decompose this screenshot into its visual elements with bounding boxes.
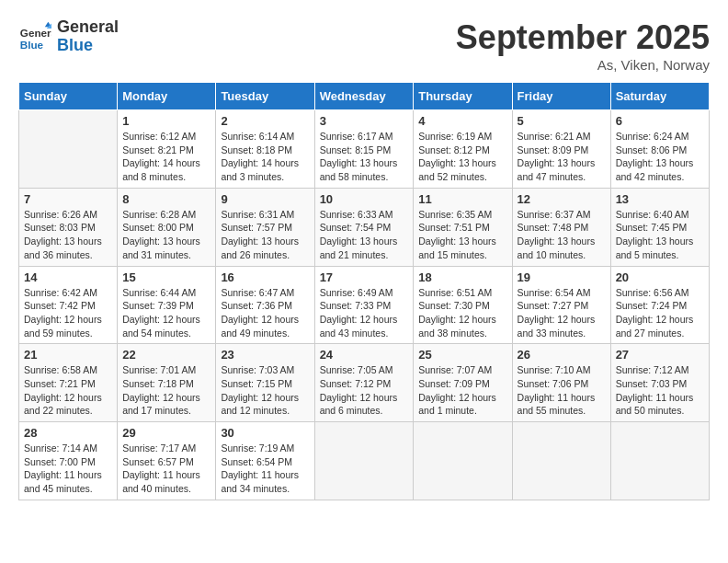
- calendar-cell: 12Sunrise: 6:37 AMSunset: 7:48 PMDayligh…: [512, 188, 610, 266]
- day-header-wednesday: Wednesday: [314, 83, 414, 110]
- day-info: Sunrise: 7:14 AMSunset: 7:00 PMDaylight:…: [24, 442, 112, 496]
- day-number: 8: [122, 192, 210, 206]
- calendar-cell: 10Sunrise: 6:33 AMSunset: 7:54 PMDayligh…: [314, 188, 414, 266]
- calendar-cell: 11Sunrise: 6:35 AMSunset: 7:51 PMDayligh…: [414, 188, 512, 266]
- calendar-cell: [512, 422, 610, 500]
- day-info: Sunrise: 6:58 AMSunset: 7:21 PMDaylight:…: [24, 363, 112, 418]
- day-info: Sunrise: 6:17 AMSunset: 8:15 PMDaylight:…: [320, 130, 409, 184]
- calendar-cell: 6Sunrise: 6:24 AMSunset: 8:06 PMDaylight…: [610, 110, 709, 189]
- calendar-cell: [414, 422, 512, 500]
- day-number: 26: [518, 348, 606, 362]
- day-info: Sunrise: 6:37 AMSunset: 7:48 PMDaylight:…: [518, 208, 606, 262]
- calendar-cell: 18Sunrise: 6:51 AMSunset: 7:30 PMDayligh…: [414, 266, 512, 344]
- day-number: 16: [221, 270, 309, 284]
- calendar-cell: 28Sunrise: 7:14 AMSunset: 7:00 PMDayligh…: [19, 422, 118, 500]
- day-info: Sunrise: 6:26 AMSunset: 8:03 PMDaylight:…: [24, 208, 112, 262]
- day-info: Sunrise: 6:24 AMSunset: 8:06 PMDaylight:…: [616, 130, 704, 184]
- day-number: 24: [320, 348, 409, 362]
- day-number: 18: [418, 270, 506, 284]
- day-info: Sunrise: 6:21 AMSunset: 8:09 PMDaylight:…: [518, 130, 606, 184]
- day-number: 23: [221, 348, 309, 362]
- logo-icon: General Blue: [18, 20, 51, 53]
- day-number: 10: [320, 192, 409, 206]
- day-info: Sunrise: 7:10 AMSunset: 7:06 PMDaylight:…: [518, 363, 606, 418]
- day-number: 2: [221, 114, 309, 128]
- day-number: 22: [122, 348, 210, 362]
- calendar-week-5: 28Sunrise: 7:14 AMSunset: 7:00 PMDayligh…: [19, 422, 710, 500]
- day-header-tuesday: Tuesday: [216, 83, 314, 110]
- day-info: Sunrise: 6:51 AMSunset: 7:30 PMDaylight:…: [418, 286, 506, 340]
- day-number: 14: [24, 270, 112, 284]
- calendar-cell: 15Sunrise: 6:44 AMSunset: 7:39 PMDayligh…: [118, 266, 216, 344]
- day-header-sunday: Sunday: [19, 83, 118, 110]
- calendar-cell: 3Sunrise: 6:17 AMSunset: 8:15 PMDaylight…: [314, 110, 414, 189]
- calendar-cell: 23Sunrise: 7:03 AMSunset: 7:15 PMDayligh…: [216, 344, 314, 422]
- calendar-header-row: SundayMondayTuesdayWednesdayThursdayFrid…: [19, 83, 710, 110]
- day-number: 15: [122, 270, 210, 284]
- calendar-table: SundayMondayTuesdayWednesdayThursdayFrid…: [18, 82, 710, 500]
- day-info: Sunrise: 7:03 AMSunset: 7:15 PMDaylight:…: [221, 363, 309, 418]
- day-number: 3: [320, 114, 409, 128]
- day-info: Sunrise: 7:01 AMSunset: 7:18 PMDaylight:…: [122, 363, 210, 418]
- day-number: 5: [518, 114, 606, 128]
- calendar-cell: 2Sunrise: 6:14 AMSunset: 8:18 PMDaylight…: [216, 110, 314, 189]
- location-subtitle: As, Viken, Norway: [456, 57, 710, 73]
- day-number: 27: [616, 348, 704, 362]
- calendar-cell: 13Sunrise: 6:40 AMSunset: 7:45 PMDayligh…: [610, 188, 709, 266]
- calendar-cell: 29Sunrise: 7:17 AMSunset: 6:57 PMDayligh…: [118, 422, 216, 500]
- day-header-friday: Friday: [512, 83, 610, 110]
- day-number: 28: [24, 426, 112, 440]
- page-header: General Blue General Blue September 2025…: [18, 18, 710, 73]
- day-header-thursday: Thursday: [414, 83, 512, 110]
- day-info: Sunrise: 6:47 AMSunset: 7:36 PMDaylight:…: [221, 286, 309, 340]
- calendar-cell: [610, 422, 709, 500]
- calendar-cell: 30Sunrise: 7:19 AMSunset: 6:54 PMDayligh…: [216, 422, 314, 500]
- day-info: Sunrise: 7:07 AMSunset: 7:09 PMDaylight:…: [418, 363, 506, 418]
- day-number: 30: [221, 426, 309, 440]
- day-info: Sunrise: 7:12 AMSunset: 7:03 PMDaylight:…: [616, 363, 704, 418]
- day-info: Sunrise: 6:49 AMSunset: 7:33 PMDaylight:…: [320, 286, 409, 340]
- day-header-saturday: Saturday: [610, 83, 709, 110]
- calendar-cell: 17Sunrise: 6:49 AMSunset: 7:33 PMDayligh…: [314, 266, 414, 344]
- day-info: Sunrise: 6:14 AMSunset: 8:18 PMDaylight:…: [221, 130, 309, 184]
- day-info: Sunrise: 6:19 AMSunset: 8:12 PMDaylight:…: [418, 130, 506, 184]
- day-info: Sunrise: 7:17 AMSunset: 6:57 PMDaylight:…: [122, 442, 210, 496]
- calendar-cell: [314, 422, 414, 500]
- calendar-cell: 9Sunrise: 6:31 AMSunset: 7:57 PMDaylight…: [216, 188, 314, 266]
- day-number: 13: [616, 192, 704, 206]
- day-number: 20: [616, 270, 704, 284]
- title-block: September 2025 As, Viken, Norway: [456, 18, 710, 73]
- day-info: Sunrise: 6:44 AMSunset: 7:39 PMDaylight:…: [122, 286, 210, 340]
- day-info: Sunrise: 6:33 AMSunset: 7:54 PMDaylight:…: [320, 208, 409, 262]
- day-number: 25: [418, 348, 506, 362]
- day-header-monday: Monday: [118, 83, 216, 110]
- calendar-week-2: 7Sunrise: 6:26 AMSunset: 8:03 PMDaylight…: [19, 188, 710, 266]
- calendar-cell: 8Sunrise: 6:28 AMSunset: 8:00 PMDaylight…: [118, 188, 216, 266]
- svg-text:Blue: Blue: [20, 38, 44, 50]
- calendar-cell: [19, 110, 118, 189]
- day-info: Sunrise: 6:12 AMSunset: 8:21 PMDaylight:…: [122, 130, 210, 184]
- day-info: Sunrise: 6:56 AMSunset: 7:24 PMDaylight:…: [616, 286, 704, 340]
- calendar-cell: 16Sunrise: 6:47 AMSunset: 7:36 PMDayligh…: [216, 266, 314, 344]
- calendar-cell: 27Sunrise: 7:12 AMSunset: 7:03 PMDayligh…: [610, 344, 709, 422]
- day-number: 1: [122, 114, 210, 128]
- day-number: 4: [418, 114, 506, 128]
- calendar-cell: 4Sunrise: 6:19 AMSunset: 8:12 PMDaylight…: [414, 110, 512, 189]
- day-info: Sunrise: 6:31 AMSunset: 7:57 PMDaylight:…: [221, 208, 309, 262]
- day-number: 6: [616, 114, 704, 128]
- calendar-week-4: 21Sunrise: 6:58 AMSunset: 7:21 PMDayligh…: [19, 344, 710, 422]
- day-number: 7: [24, 192, 112, 206]
- day-info: Sunrise: 7:05 AMSunset: 7:12 PMDaylight:…: [320, 363, 409, 418]
- calendar-cell: 7Sunrise: 6:26 AMSunset: 8:03 PMDaylight…: [19, 188, 118, 266]
- calendar-cell: 1Sunrise: 6:12 AMSunset: 8:21 PMDaylight…: [118, 110, 216, 189]
- calendar-cell: 21Sunrise: 6:58 AMSunset: 7:21 PMDayligh…: [19, 344, 118, 422]
- day-number: 17: [320, 270, 409, 284]
- day-info: Sunrise: 6:40 AMSunset: 7:45 PMDaylight:…: [616, 208, 704, 262]
- calendar-cell: 24Sunrise: 7:05 AMSunset: 7:12 PMDayligh…: [314, 344, 414, 422]
- day-info: Sunrise: 6:28 AMSunset: 8:00 PMDaylight:…: [122, 208, 210, 262]
- day-number: 21: [24, 348, 112, 362]
- calendar-cell: 26Sunrise: 7:10 AMSunset: 7:06 PMDayligh…: [512, 344, 610, 422]
- day-info: Sunrise: 6:54 AMSunset: 7:27 PMDaylight:…: [518, 286, 606, 340]
- logo: General Blue General Blue: [18, 18, 119, 55]
- day-number: 29: [122, 426, 210, 440]
